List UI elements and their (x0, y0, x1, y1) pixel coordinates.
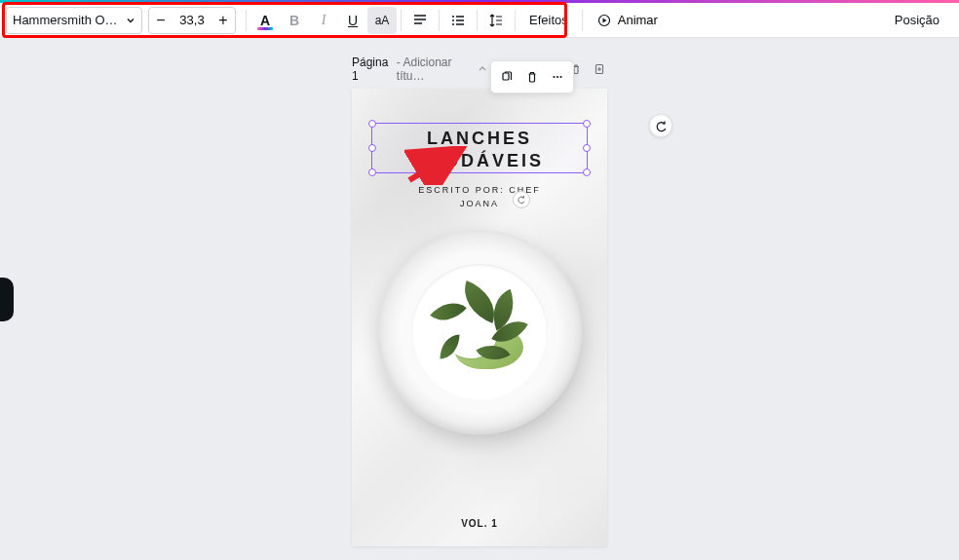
align-button[interactable] (405, 7, 435, 34)
delete-element-button[interactable] (520, 65, 544, 89)
text-toolbar: Hammersmith O… − + A B I U aA Efeitos An… (0, 3, 959, 38)
svg-point-12 (556, 76, 558, 78)
svg-point-2 (452, 23, 454, 25)
position-button[interactable]: Posição (885, 7, 949, 34)
selected-text-box[interactable]: LANCHES SAUDÁVEIS (371, 123, 588, 173)
food-image[interactable] (377, 230, 582, 434)
volume-text[interactable]: VOL. 1 (352, 518, 607, 529)
decrease-size-button[interactable]: − (149, 8, 173, 33)
list-icon (450, 13, 466, 28)
font-name-label: Hammersmith O… (13, 13, 122, 27)
chevron-down-icon (126, 16, 135, 25)
title-text[interactable]: LANCHES SAUDÁVEIS (372, 124, 587, 173)
page1-canvas[interactable]: LANCHES SAUDÁVEIS ESCRITO POR: CHEF JOAN… (352, 89, 607, 546)
resize-handle-bl[interactable] (368, 168, 376, 176)
divider (401, 10, 402, 31)
rotate-icon (517, 195, 526, 205)
resize-handle-br[interactable] (583, 168, 591, 176)
svg-point-11 (553, 76, 555, 78)
divider (477, 10, 478, 31)
color-indicator (257, 27, 273, 30)
svg-point-1 (452, 19, 454, 21)
rotate-icon (655, 120, 668, 132)
resize-handle-mr[interactable] (583, 144, 591, 152)
add-page-button[interactable] (592, 61, 607, 77)
font-size-group: − + (148, 7, 236, 34)
underline-button[interactable]: U (338, 7, 367, 34)
svg-point-0 (452, 16, 454, 18)
spacing-button[interactable] (481, 7, 511, 34)
animate-icon (596, 13, 612, 28)
case-button[interactable]: aA (367, 7, 397, 34)
resize-handle-ml[interactable] (368, 144, 376, 152)
font-size-input[interactable] (173, 13, 211, 27)
svg-point-13 (559, 76, 561, 78)
effects-button[interactable]: Efeitos (519, 7, 578, 34)
resize-handle-tl[interactable] (368, 120, 376, 128)
subtitle-text[interactable]: ESCRITO POR: CHEF JOANA (352, 184, 607, 210)
more-options-button[interactable] (546, 65, 569, 89)
list-button[interactable] (443, 7, 473, 34)
page1-label[interactable]: Página 1 - Adicionar títu… (352, 56, 475, 83)
rotate-handle[interactable] (649, 114, 672, 137)
italic-button[interactable]: I (309, 7, 338, 34)
move-up-button[interactable] (475, 61, 490, 77)
svg-rect-10 (503, 73, 509, 80)
align-icon (412, 13, 428, 28)
divider (246, 10, 247, 31)
element-floating-toolbar (490, 60, 574, 93)
text-color-button[interactable]: A (250, 7, 280, 34)
font-family-selector[interactable]: Hammersmith O… (6, 7, 142, 34)
canvas-area: Página 1 - Adicionar títu… LANCHES SAUDÁ… (0, 38, 959, 560)
text-rotate-handle[interactable] (513, 191, 530, 208)
animate-button[interactable]: Animar (587, 7, 668, 34)
divider (439, 10, 440, 31)
increase-size-button[interactable]: + (211, 8, 235, 33)
spacing-icon (488, 13, 504, 28)
divider (515, 10, 516, 31)
duplicate-element-button[interactable] (495, 65, 518, 89)
bold-button[interactable]: B (280, 7, 309, 34)
resize-handle-tr[interactable] (583, 120, 591, 128)
divider (582, 10, 583, 31)
